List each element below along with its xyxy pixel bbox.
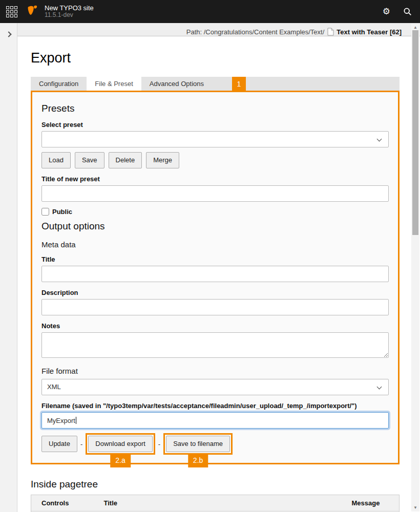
preset-select[interactable] <box>41 131 389 147</box>
text-caret <box>76 417 76 424</box>
delete-button[interactable]: Delete <box>109 152 142 168</box>
download-export-annotation: Download export 2.a <box>86 433 155 455</box>
scrollbar-up-arrow-icon[interactable]: ▲ <box>411 25 419 30</box>
breadcrumb-path: Path: /Congratulations/Content Examples/… <box>186 28 325 36</box>
topbar: New TYPO3 site 11.5.1-dev ⚙ <box>0 0 420 23</box>
file-format-value: XML <box>47 383 61 391</box>
new-preset-title-input[interactable] <box>41 185 389 202</box>
download-export-button[interactable]: Download export <box>88 436 153 452</box>
inside-pagetree-heading: Inside pagetree <box>31 479 400 490</box>
table-header-row: Controls Title Message <box>31 495 400 511</box>
scrollbar-thumb[interactable] <box>412 30 418 235</box>
filename-input[interactable] <box>41 412 389 429</box>
filename-label: Filename (saved in "/typo3temp/var/tests… <box>41 402 389 410</box>
search-icon[interactable] <box>403 7 412 16</box>
annotation-badge-1: 1 <box>232 77 246 92</box>
site-version: 11.5.1-dev <box>45 12 94 18</box>
file-format-select[interactable]: XML <box>41 379 389 395</box>
meta-description-input[interactable] <box>41 299 389 315</box>
public-label: Public <box>52 208 72 216</box>
file-format-label: File format <box>41 367 389 375</box>
tab-bar: Configuration File & Preset Advanced Opt… <box>31 77 400 91</box>
annotation-badge-2a: 2.a <box>110 453 130 467</box>
separator-dash: - <box>158 440 160 448</box>
save-to-filename-button[interactable]: Save to filename <box>166 436 230 452</box>
output-options-heading: Output options <box>41 221 389 232</box>
file-preset-panel: Presets Select preset Load Save Delete M… <box>31 91 400 464</box>
annotation-badge-2b: 2.b <box>188 453 208 467</box>
tab-advanced-options[interactable]: Advanced Options <box>141 77 212 91</box>
meta-notes-textarea[interactable] <box>41 332 389 358</box>
save-button[interactable]: Save <box>75 152 104 168</box>
presets-heading: Presets <box>41 103 389 114</box>
update-button[interactable]: Update <box>41 436 77 452</box>
tab-configuration[interactable]: Configuration <box>31 77 87 91</box>
doc-header: Path: /Congratulations/Content Examples/… <box>17 23 420 36</box>
breadcrumb: Path: /Congratulations/Content Examples/… <box>23 28 402 36</box>
grid-icon <box>6 6 17 17</box>
breadcrumb-page-title: Text with Teaser [62] <box>337 28 402 36</box>
column-message: Message <box>346 495 400 511</box>
meta-notes-label: Notes <box>41 322 389 330</box>
column-controls: Controls <box>31 495 98 511</box>
meta-data-heading: Meta data <box>41 240 389 249</box>
vertical-scrollbar[interactable]: ▲ ▼ <box>411 24 419 511</box>
merge-button[interactable]: Merge <box>146 152 179 168</box>
expand-sidebar-chevron-icon[interactable] <box>6 31 11 37</box>
new-preset-title-label: Title of new preset <box>41 175 389 183</box>
column-title: Title <box>98 495 346 511</box>
select-preset-label: Select preset <box>41 121 389 129</box>
page-icon <box>327 28 334 36</box>
meta-title-input[interactable] <box>41 266 389 282</box>
load-button[interactable]: Load <box>41 152 71 168</box>
site-title: New TYPO3 site <box>45 5 94 12</box>
meta-title-label: Title <box>41 255 389 263</box>
chevron-down-icon <box>377 385 382 390</box>
scrollbar-down-arrow-icon[interactable]: ▼ <box>411 505 419 510</box>
save-to-filename-annotation: Save to filename 2.b <box>163 433 233 455</box>
page-title: Export <box>31 50 400 66</box>
separator-dash: - <box>80 440 82 448</box>
settings-gear-icon[interactable]: ⚙ <box>383 7 390 16</box>
typo3-logo-icon <box>27 5 39 18</box>
collapsed-pagetree-sidebar <box>0 23 17 512</box>
chevron-down-icon <box>377 137 382 142</box>
site-info: New TYPO3 site 11.5.1-dev <box>45 5 94 19</box>
inside-pagetree-section: Inside pagetree Controls Title Message <box>31 479 400 512</box>
meta-description-label: Description <box>41 289 389 296</box>
tab-file-preset[interactable]: File & Preset <box>87 77 141 91</box>
module-menu-button[interactable] <box>0 0 24 23</box>
public-checkbox[interactable] <box>41 208 49 216</box>
pagetree-table: Controls Title Message <box>31 495 400 512</box>
